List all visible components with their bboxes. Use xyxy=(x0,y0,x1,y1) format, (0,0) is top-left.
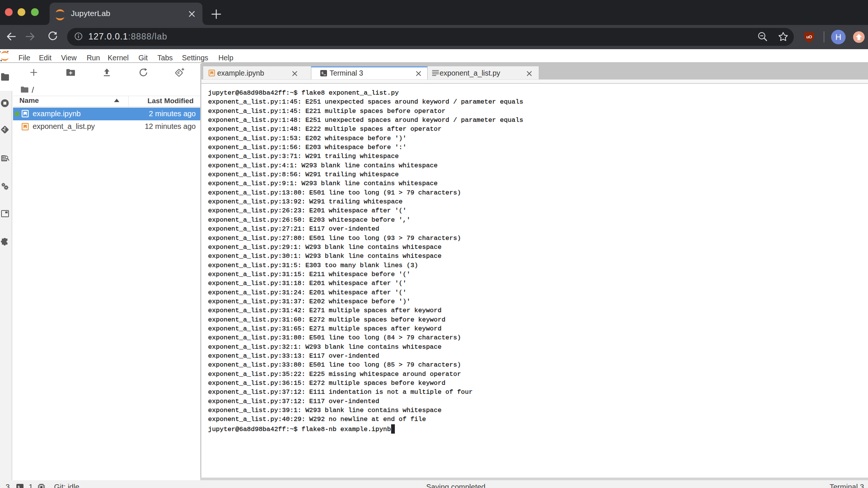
svg-text:uO: uO xyxy=(806,35,812,39)
svg-text:$: $ xyxy=(18,485,20,488)
svg-text:$: $ xyxy=(321,71,324,75)
